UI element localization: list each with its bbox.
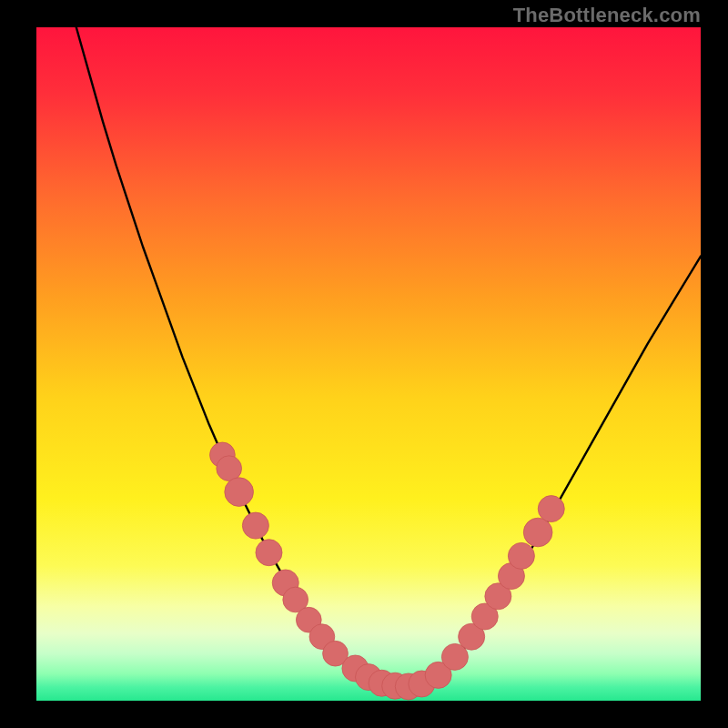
- data-marker: [256, 540, 282, 566]
- data-marker: [538, 496, 564, 522]
- plot-area: [36, 27, 701, 701]
- data-marker: [217, 456, 242, 481]
- data-marker: [508, 542, 534, 569]
- data-marker: [523, 518, 552, 547]
- attribution-label: TheBottleneck.com: [513, 4, 701, 27]
- data-marker: [225, 478, 254, 507]
- data-marker: [242, 512, 268, 539]
- chart-frame: TheBottleneck.com: [0, 0, 728, 728]
- bottleneck-curve: [36, 27, 701, 701]
- curve-path: [76, 27, 701, 687]
